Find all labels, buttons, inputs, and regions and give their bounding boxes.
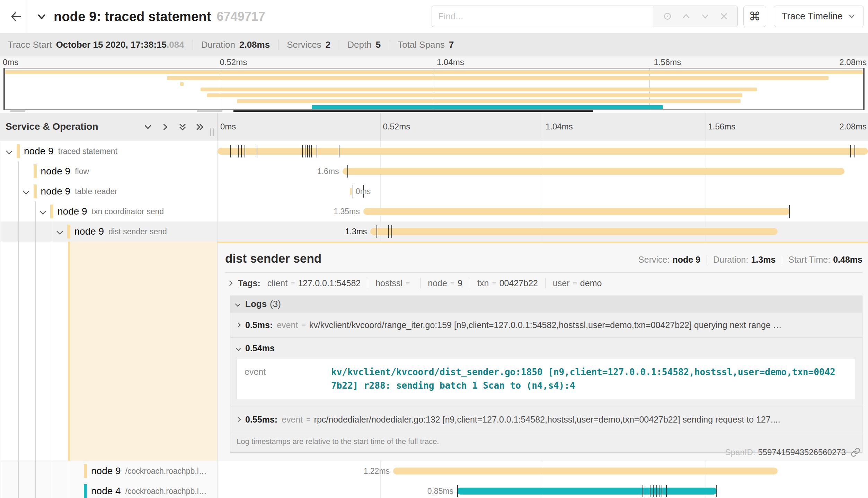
log-marker-tick [257, 145, 257, 157]
minimap-row [3, 104, 865, 110]
top-bar: node 9: traced statement 6749717 ⌘ Trace… [0, 0, 868, 33]
tags-list: client=127.0.0.1:54582hostssl=node=9txn=… [267, 278, 602, 288]
divider [707, 255, 707, 265]
span-row[interactable]: node 9/cockroach.roachpb.l…1.22ms [0, 461, 868, 481]
span-bar[interactable] [393, 468, 778, 474]
target-icon[interactable] [662, 11, 673, 21]
tag-item[interactable]: hostssl= [375, 278, 413, 288]
span-row[interactable]: node 4/cockroach.roachpb.l…0.85ms [0, 481, 868, 498]
span-bar[interactable] [218, 148, 868, 155]
log-marker-tick [230, 145, 231, 157]
chevron-right-icon [236, 417, 241, 422]
tag-item[interactable]: txn=00427b22 [477, 278, 538, 288]
span-row[interactable]: node 9dist sender send1.3ms [0, 221, 868, 242]
log-marker-tick [653, 485, 654, 497]
indent-guide [52, 242, 52, 461]
span-bar[interactable] [343, 168, 845, 175]
stat-label: Trace Start [8, 39, 52, 50]
ruler-tick-label: 1.56ms [651, 56, 681, 68]
scrollbar-thumb[interactable] [233, 110, 593, 112]
span-bar[interactable] [457, 488, 717, 495]
log-field-key: event [245, 365, 331, 392]
tag-value: 9 [458, 278, 462, 288]
span-row[interactable]: node 9table reader0ms [0, 181, 868, 201]
log-entry[interactable]: 0.55ms: event = rpc/nodedialer/nodediale… [230, 407, 862, 432]
log-marker-tick [302, 145, 303, 157]
service-name: node 9 [24, 146, 54, 157]
column-resize-handle[interactable] [210, 128, 214, 136]
equals-sign: = [450, 279, 454, 287]
span-row[interactable]: node 9flow1.6ms [0, 161, 868, 181]
log-field-key: event [282, 415, 303, 425]
log-entry-header[interactable]: 0.54ms [237, 343, 856, 353]
log-marker-tick [305, 145, 305, 157]
log-entry-expanded: 0.54ms event kv/kvclient/kvcoord/dist_se… [230, 337, 862, 407]
span-tree-cell: node 9traced statement [0, 141, 218, 161]
ruler-tick-label: 0ms [218, 113, 236, 141]
span-duration-label: 1.22ms [364, 461, 390, 481]
collapse-one-icon[interactable] [143, 122, 153, 132]
log-entry[interactable]: 0.5ms: event = kv/kvclient/kvcoord/range… [230, 312, 862, 337]
viewport-right-handle[interactable] [863, 68, 865, 110]
span-id-value: 5597415943526560273 [758, 447, 846, 457]
service-name: node 4 [91, 486, 121, 497]
span-timeline-cell: 1.6ms [218, 161, 868, 181]
stat-item: Trace StartOctober 15 2020, 17:38:15.084 [8, 39, 184, 50]
view-selector-label: Trace Timeline [782, 11, 843, 22]
gridline [380, 181, 381, 201]
tag-item[interactable]: client=127.0.0.1:54582 [267, 278, 361, 288]
minimap-viewport[interactable] [3, 68, 865, 110]
duration-label: Duration: [713, 255, 748, 265]
span-tree-cell: node 9flow [0, 161, 218, 181]
minimap-span-bar [180, 82, 184, 86]
span-name-wrap: node 4/cockroach.roachpb.l… [0, 481, 217, 498]
log-field-value[interactable]: kv/kvclient/kvcoord/dist_sender.go:1850 … [331, 365, 838, 392]
duration-value: 1.3ms [751, 255, 776, 265]
tag-item[interactable]: user=demo [553, 278, 602, 288]
stat-label: Depth [347, 39, 371, 50]
ruler-tick-label: 0.52ms [217, 56, 247, 68]
divider [339, 39, 339, 50]
trace-view-selector[interactable]: Trace Timeline [774, 6, 864, 27]
log-field-value: rpc/nodedialer/nodedialer.go:132 [n9,cli… [314, 415, 780, 425]
span-row[interactable]: node 9traced statement [0, 141, 868, 161]
span-detail-backdrop [70, 242, 217, 461]
expand-all-icon[interactable] [195, 122, 205, 132]
link-icon[interactable] [851, 447, 860, 457]
logs-header[interactable]: Logs (3) [230, 296, 862, 312]
stat-value-muted: .084 [167, 39, 184, 50]
span-duration-label: 1.3ms [345, 221, 367, 242]
span-row[interactable]: node 9txn coordinator send1.35ms [0, 201, 868, 221]
span-timeline-cell [218, 141, 868, 161]
span-bar[interactable] [350, 188, 352, 195]
collapse-all-icon[interactable] [177, 122, 188, 132]
gridline [380, 113, 381, 141]
keyboard-shortcuts-button[interactable]: ⌘ [743, 6, 766, 27]
prev-match-icon[interactable] [681, 11, 691, 21]
span-bar[interactable] [370, 228, 778, 235]
span-tree-cell: node 9txn coordinator send [0, 201, 218, 221]
span-bar[interactable] [363, 208, 790, 215]
log-marker-tick [309, 145, 310, 157]
service-operation-header: Service & Operation [0, 113, 218, 141]
find-input[interactable] [432, 6, 654, 27]
logs-count: (3) [270, 299, 281, 309]
gridline [706, 181, 706, 201]
arrow-left-icon [9, 10, 23, 23]
back-button[interactable] [5, 0, 27, 33]
expand-one-icon[interactable] [160, 122, 170, 132]
tag-item[interactable]: node=9 [428, 278, 462, 288]
viewport-left-handle[interactable] [3, 68, 5, 110]
operation-name: /cockroach.roachpb.l… [125, 467, 207, 476]
clear-find-icon[interactable] [719, 11, 729, 21]
log-marker-tick [241, 145, 242, 157]
horizontal-scrollbar[interactable] [0, 110, 868, 113]
tag-key: user [553, 278, 570, 288]
collapse-trace-chevron[interactable] [36, 11, 47, 22]
tag-value: 00427b22 [499, 278, 538, 288]
gridline [380, 481, 381, 498]
next-match-icon[interactable] [700, 11, 710, 21]
minimap-row [3, 75, 865, 81]
equals-sign: = [291, 279, 295, 287]
tags-accordian[interactable]: Tags: client=127.0.0.1:54582hostssl=node… [225, 273, 862, 293]
